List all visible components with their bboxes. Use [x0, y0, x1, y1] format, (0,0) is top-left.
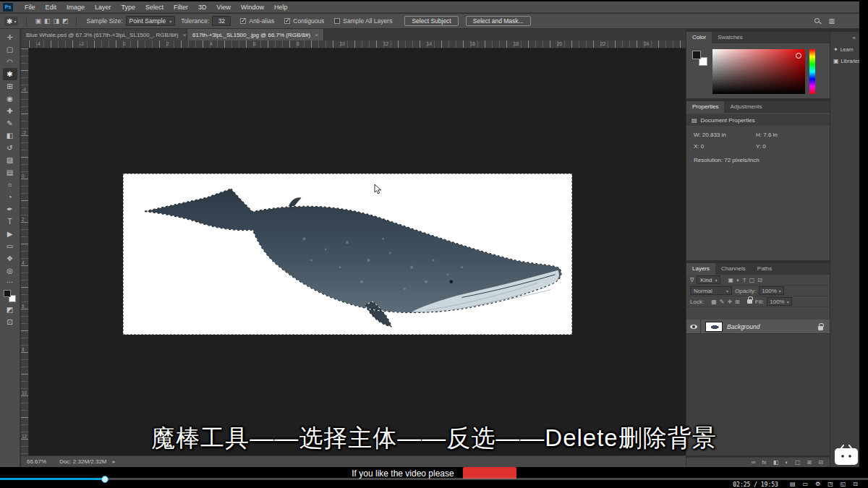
- menu-item[interactable]: View: [212, 4, 236, 11]
- sample-size-dropdown[interactable]: Point Sample: [126, 16, 176, 26]
- opacity-dropdown[interactable]: 100%: [759, 286, 783, 295]
- learn-panel-item[interactable]: ✦ Learn: [830, 41, 859, 53]
- lock-position-icon[interactable]: ✛: [727, 299, 732, 305]
- checkbox[interactable]: Contiguous: [284, 17, 324, 25]
- fullscreen-icon[interactable]: ⊡: [853, 481, 858, 487]
- menu-item[interactable]: Filter: [169, 4, 193, 11]
- move-tool[interactable]: ✛: [3, 31, 17, 43]
- tolerance-input[interactable]: 32: [212, 16, 231, 26]
- intersect-selection-icon[interactable]: ◩: [62, 17, 69, 25]
- progress-bar[interactable]: [0, 478, 868, 480]
- hue-slider[interactable]: [809, 49, 815, 94]
- menu-item[interactable]: Type: [116, 4, 141, 11]
- brush-tool[interactable]: ✎: [3, 117, 17, 129]
- panel-tab[interactable]: Layers: [686, 263, 715, 275]
- menu-item[interactable]: File: [20, 4, 41, 11]
- magic-wand-tool[interactable]: ✱: [3, 68, 17, 80]
- screen-mode-icon[interactable]: ⊡: [3, 316, 17, 328]
- rectangle-tool[interactable]: ▭: [3, 240, 17, 252]
- lasso-tool[interactable]: ◠: [3, 56, 17, 68]
- color-swatch-pair[interactable]: [692, 51, 707, 66]
- checkbox[interactable]: Anti-alias: [240, 17, 274, 25]
- panel-tab[interactable]: Swatches: [712, 32, 749, 43]
- new-selection-icon[interactable]: ▣: [35, 17, 41, 25]
- panel-tab[interactable]: Properties: [686, 101, 724, 113]
- filter-adjustment-layers-icon[interactable]: ◐: [736, 277, 740, 283]
- panel-tab[interactable]: Channels: [715, 263, 752, 275]
- subtract-selection-icon[interactable]: ◨: [53, 17, 59, 25]
- search-icon[interactable]: [814, 18, 821, 25]
- add-selection-icon[interactable]: ◧: [44, 17, 51, 25]
- web-fullscreen-icon[interactable]: ◱: [841, 481, 846, 487]
- menu-item[interactable]: Help: [269, 4, 293, 11]
- eraser-tool[interactable]: ▨: [3, 154, 17, 166]
- type-tool[interactable]: T: [3, 215, 17, 228]
- progress-fill[interactable]: [0, 478, 106, 480]
- subscribe-button[interactable]: [463, 467, 516, 479]
- layer-effects-icon[interactable]: fx: [762, 460, 766, 466]
- filter-type-layers-icon[interactable]: T: [743, 277, 746, 283]
- zoom-level[interactable]: 66.67%: [27, 458, 46, 465]
- foreground-background-colors[interactable]: [4, 290, 16, 302]
- path-selection-tool[interactable]: ▶: [3, 228, 17, 240]
- lock-pixels-icon[interactable]: ✎: [720, 299, 725, 305]
- panel-tab[interactable]: Color: [686, 32, 712, 43]
- libraries-panel-item[interactable]: ▣ Libraries: [830, 53, 859, 64]
- delete-layer-icon[interactable]: ⊟: [818, 460, 823, 466]
- danmaku-list-icon[interactable]: ▤: [790, 481, 796, 487]
- workspace-switcher-icon[interactable]: ▥: [828, 17, 835, 25]
- lock-all-icon[interactable]: [747, 299, 752, 304]
- expand-panels-icon[interactable]: «: [830, 35, 859, 41]
- quick-mask-icon[interactable]: ◩: [3, 304, 17, 316]
- lock-transparency-icon[interactable]: ▦: [711, 299, 717, 305]
- blur-tool[interactable]: ○: [3, 179, 17, 191]
- menu-item[interactable]: Image: [61, 4, 90, 11]
- tab-close-icon[interactable]: ×: [183, 32, 187, 38]
- select-and-mask-button[interactable]: Select and Mask...: [466, 16, 531, 26]
- clone-stamp-tool[interactable]: ◧: [3, 129, 17, 142]
- eyedropper-tool[interactable]: ◉: [3, 93, 17, 105]
- panel-tab[interactable]: Paths: [752, 263, 778, 275]
- document-image[interactable]: [123, 174, 572, 335]
- adjustment-layer-icon[interactable]: ◐: [785, 460, 788, 466]
- filter-shape-layers-icon[interactable]: ▢: [749, 277, 755, 283]
- document-tab[interactable]: 617th-+3lpL_SL1500_.jpg @ 66.7% (RGB/8#)…: [187, 29, 324, 40]
- active-tool-dropdown[interactable]: ✱: [4, 17, 18, 26]
- select-subject-button[interactable]: Select Subject: [404, 16, 458, 26]
- saturation-brightness-box[interactable]: [712, 49, 805, 94]
- menu-item[interactable]: Window: [236, 4, 269, 11]
- mini-player-icon[interactable]: ◳: [827, 481, 833, 487]
- rectangular-marquee-tool[interactable]: ▢: [3, 43, 17, 56]
- lock-artboard-icon[interactable]: ⊞: [735, 299, 740, 305]
- visibility-toggle[interactable]: [686, 320, 701, 333]
- subtitle-icon[interactable]: ▭: [802, 481, 808, 487]
- crop-tool[interactable]: ⊞: [3, 80, 17, 93]
- layer-group-icon[interactable]: ▢: [795, 460, 801, 466]
- spot-healing-brush-tool[interactable]: ✚: [3, 105, 17, 117]
- history-brush-tool[interactable]: ↺: [3, 142, 17, 154]
- fill-dropdown[interactable]: 100%: [767, 297, 791, 306]
- tab-close-icon[interactable]: ×: [315, 32, 318, 38]
- foreground-color-swatch[interactable]: [692, 51, 701, 59]
- filter-pixel-layers-icon[interactable]: ▣: [728, 277, 733, 283]
- gradient-tool[interactable]: ▤: [3, 166, 17, 179]
- panel-tab[interactable]: Adjustments: [724, 101, 767, 113]
- document-tab[interactable]: Blue Whale.psd @ 67.3% (617th-+3lpL_SL15…: [21, 29, 187, 40]
- layer-mask-icon[interactable]: ◧: [773, 460, 779, 466]
- edit-toolbar-icon[interactable]: ⋯: [7, 278, 13, 286]
- canvas-area[interactable]: -4-2024681012141618202224 -4-2024681012: [21, 40, 686, 455]
- layer-row-background[interactable]: Background: [686, 320, 830, 334]
- link-layers-icon[interactable]: ∞: [752, 460, 756, 466]
- settings-icon[interactable]: ⚙: [815, 481, 820, 487]
- filter-smart-objects-icon[interactable]: ⊡: [757, 277, 762, 283]
- zoom-tool[interactable]: ◎: [3, 265, 17, 277]
- new-layer-icon[interactable]: ⊞: [807, 460, 812, 466]
- menu-item[interactable]: 3D: [193, 4, 212, 11]
- menu-item[interactable]: Select: [140, 4, 169, 11]
- dodge-tool[interactable]: ◔: [3, 191, 17, 203]
- menu-item[interactable]: Edit: [41, 4, 62, 11]
- kind-filter-dropdown[interactable]: Kind: [697, 275, 720, 284]
- menu-item[interactable]: Layer: [90, 4, 116, 11]
- hand-tool[interactable]: ❖: [3, 252, 17, 265]
- status-menu-caret[interactable]: ▸: [113, 458, 116, 465]
